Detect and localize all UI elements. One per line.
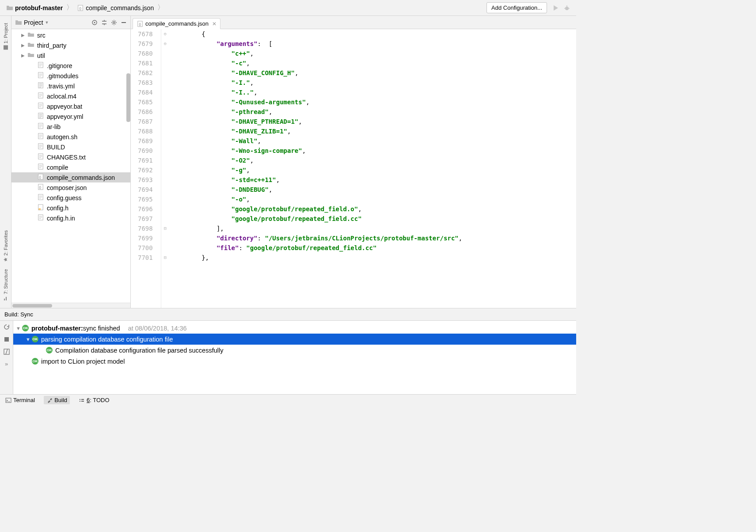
tree-item[interactable]: appveyor.bat bbox=[11, 101, 130, 111]
fold-marker[interactable] bbox=[161, 185, 169, 194]
fold-marker[interactable] bbox=[161, 107, 169, 117]
fold-marker[interactable] bbox=[161, 87, 169, 97]
project-view-selector[interactable]: Project ▼ bbox=[13, 19, 51, 26]
fold-marker[interactable] bbox=[161, 165, 169, 175]
tool-project[interactable]: 1: Project bbox=[3, 23, 8, 50]
breadcrumb-file[interactable]: {} compile_commands.json bbox=[74, 4, 156, 11]
code-line[interactable]: "google/protobuf/repeated_field.o", bbox=[172, 204, 576, 214]
tree-item[interactable]: .travis.yml bbox=[11, 81, 130, 91]
horizontal-scrollbar-track[interactable] bbox=[11, 303, 130, 308]
expand-arrow-icon[interactable]: ▼ bbox=[26, 337, 32, 342]
code-line[interactable]: "-I..", bbox=[172, 87, 576, 97]
fold-marker[interactable]: ⊟ bbox=[161, 253, 169, 262]
fold-marker[interactable] bbox=[161, 204, 169, 214]
expand-arrow-icon[interactable]: ▼ bbox=[16, 326, 22, 331]
fold-marker[interactable] bbox=[161, 126, 169, 136]
breadcrumb-root[interactable]: protobuf-master bbox=[4, 4, 65, 11]
editor-tab[interactable]: {} compile_commands.json ✕ bbox=[133, 18, 220, 29]
code-line[interactable]: "-o", bbox=[172, 194, 576, 204]
build-tree-row[interactable]: ▼OKparsing compilation database configur… bbox=[13, 334, 576, 345]
horizontal-scrollbar[interactable] bbox=[12, 304, 52, 308]
fold-marker[interactable] bbox=[161, 194, 169, 204]
code-line[interactable]: }, bbox=[172, 253, 576, 262]
code-line[interactable]: "-std=c++11", bbox=[172, 175, 576, 185]
fold-marker[interactable] bbox=[161, 78, 169, 87]
expand-arrow-icon[interactable]: ▶ bbox=[21, 43, 27, 48]
refresh-icon[interactable] bbox=[3, 323, 10, 331]
tree-item[interactable]: config.guess bbox=[11, 193, 130, 203]
code-line[interactable]: "directory": "/Users/jetbrains/CLionProj… bbox=[172, 233, 576, 243]
code-line[interactable]: "-DHAVE_PTHREAD=1", bbox=[172, 117, 576, 126]
expand-icon[interactable]: » bbox=[5, 361, 8, 367]
tool-favorites[interactable]: 2: Favorites bbox=[3, 230, 8, 262]
code-line[interactable]: "-Qunused-arguments", bbox=[172, 97, 576, 107]
tool-structure[interactable]: 7: Structure bbox=[3, 269, 8, 301]
collapse-icon[interactable] bbox=[101, 19, 107, 26]
tree-item[interactable]: {}composer.json bbox=[11, 182, 130, 193]
build-tree-row[interactable]: ▼OKimport to CLion project model bbox=[13, 356, 576, 367]
tree-item[interactable]: config.h.in bbox=[11, 213, 130, 223]
code-line[interactable]: "-I.", bbox=[172, 78, 576, 87]
editor-fold-strip[interactable]: ⊖⊖⊟⊟ bbox=[161, 29, 169, 308]
fold-marker[interactable] bbox=[161, 156, 169, 165]
fold-marker[interactable] bbox=[161, 117, 169, 126]
fold-marker[interactable] bbox=[161, 233, 169, 243]
run-icon[interactable] bbox=[551, 4, 559, 12]
code-line[interactable]: "-DHAVE_ZLIB=1", bbox=[172, 126, 576, 136]
status-terminal[interactable]: Terminal bbox=[3, 396, 38, 404]
code-line[interactable]: "arguments": [ bbox=[172, 39, 576, 49]
tree-item[interactable]: ▶util bbox=[11, 50, 130, 61]
locate-icon[interactable] bbox=[91, 19, 98, 26]
close-icon[interactable]: ✕ bbox=[212, 21, 217, 27]
code-line[interactable]: "-O2", bbox=[172, 156, 576, 165]
tree-item[interactable]: compile bbox=[11, 162, 130, 172]
fold-marker[interactable] bbox=[161, 136, 169, 146]
tree-item[interactable]: .gitmodules bbox=[11, 71, 130, 81]
fold-marker[interactable] bbox=[161, 68, 169, 78]
fold-marker[interactable] bbox=[161, 243, 169, 253]
tree-item[interactable]: {}compile_commands.json bbox=[11, 172, 130, 182]
tree-item[interactable]: aclocal.m4 bbox=[11, 91, 130, 101]
tree-item[interactable]: ▶src bbox=[11, 30, 130, 40]
code-line[interactable]: "google/protobuf/repeated_field.cc" bbox=[172, 214, 576, 224]
code-line[interactable]: "file": "google/protobuf/repeated_field.… bbox=[172, 243, 576, 253]
fold-marker[interactable]: ⊖ bbox=[161, 39, 169, 49]
debug-icon[interactable] bbox=[563, 4, 571, 12]
expand-arrow-icon[interactable]: ▶ bbox=[21, 53, 27, 58]
code-line[interactable]: "-c", bbox=[172, 58, 576, 68]
fold-marker[interactable] bbox=[161, 49, 169, 58]
build-tree-row[interactable]: OKCompilation database configuration fil… bbox=[13, 345, 576, 356]
gear-icon[interactable] bbox=[111, 19, 117, 26]
editor-code[interactable]: { "arguments": [ "c++", "-c", "-DHAVE_CO… bbox=[169, 29, 576, 308]
tree-item[interactable]: BUILD bbox=[11, 142, 130, 152]
stop-icon[interactable] bbox=[3, 336, 10, 343]
vertical-scrollbar[interactable] bbox=[126, 73, 130, 122]
code-line[interactable]: "-pthread", bbox=[172, 107, 576, 117]
tree-item[interactable]: autogen.sh bbox=[11, 132, 130, 142]
tree-item[interactable]: CHANGES.txt bbox=[11, 152, 130, 162]
fold-marker[interactable] bbox=[161, 58, 169, 68]
code-line[interactable]: ], bbox=[172, 224, 576, 233]
minimize-icon[interactable] bbox=[121, 19, 127, 26]
fold-marker[interactable] bbox=[161, 97, 169, 107]
code-line[interactable]: "-g", bbox=[172, 165, 576, 175]
code-line[interactable]: "-DHAVE_CONFIG_H", bbox=[172, 68, 576, 78]
tree-item[interactable]: ▶third_party bbox=[11, 40, 130, 50]
status-todo[interactable]: 6: TODO bbox=[76, 396, 112, 404]
code-line[interactable]: { bbox=[172, 29, 576, 39]
code-line[interactable]: "-Wno-sign-compare", bbox=[172, 146, 576, 156]
fold-marker[interactable] bbox=[161, 175, 169, 185]
build-tree[interactable]: ▼OKprotobuf-master: sync finishedat 08/0… bbox=[13, 321, 576, 394]
toggle-view-icon[interactable] bbox=[3, 348, 10, 355]
expand-arrow-icon[interactable]: ▶ bbox=[21, 33, 27, 38]
code-line[interactable]: "c++", bbox=[172, 49, 576, 58]
add-configuration-button[interactable]: Add Configuration... bbox=[486, 2, 547, 13]
tree-item[interactable]: ar-lib bbox=[11, 122, 130, 132]
tree-item[interactable]: .gitignore bbox=[11, 61, 130, 71]
build-tree-row[interactable]: ▼OKprotobuf-master: sync finishedat 08/0… bbox=[13, 323, 576, 334]
fold-marker[interactable]: ⊟ bbox=[161, 224, 169, 233]
status-build[interactable]: Build bbox=[44, 396, 70, 404]
project-tree[interactable]: ▶src▶third_party▶util.gitignore.gitmodul… bbox=[11, 29, 130, 303]
tree-item[interactable]: Hconfig.h bbox=[11, 203, 130, 213]
tree-item[interactable]: appveyor.yml bbox=[11, 111, 130, 122]
